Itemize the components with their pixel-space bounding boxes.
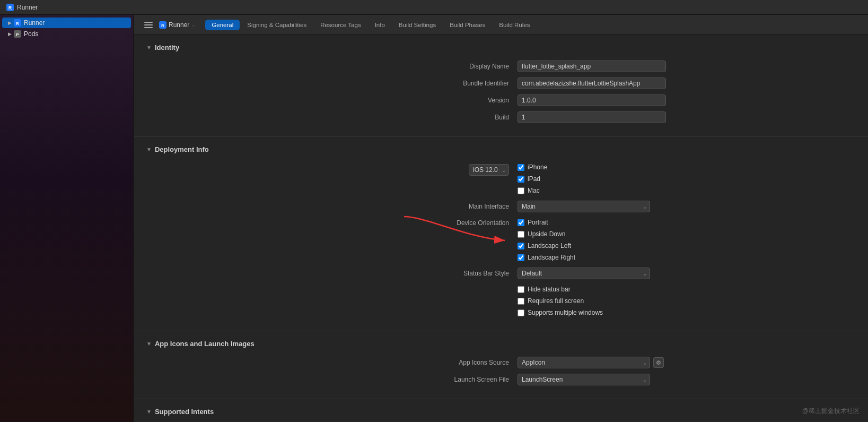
svg-text:R: R — [161, 23, 164, 28]
requires-full-screen-row: Requires full screen — [518, 296, 666, 306]
app-icons-source-select[interactable]: AppIcon — [518, 357, 650, 368]
main-interface-select-wrapper: Main ⌄ — [518, 201, 650, 212]
svg-rect-8 — [144, 27, 153, 28]
identity-section: ▼ Identity Display Name Bundle Identifie… — [134, 35, 868, 137]
target-chevron-icon: ⌄ — [191, 22, 196, 28]
build-row: Build — [134, 109, 868, 126]
main-interface-control: Main ⌄ — [518, 201, 666, 212]
target-name: Runner — [169, 21, 189, 29]
sidebar-item-runner[interactable]: ▶ R Runner — [2, 18, 131, 28]
title-bar-text: Runner — [17, 4, 38, 11]
mac-checkbox[interactable] — [518, 187, 524, 194]
app-icons-row: AppIcon ⌄ ⚙ — [518, 357, 666, 368]
requires-full-screen-checkbox[interactable] — [518, 298, 524, 305]
gear-icon: ⚙ — [656, 359, 661, 366]
supported-intents-header[interactable]: ▼ Supported Intents — [134, 408, 868, 422]
tab-build-settings[interactable]: Build Settings — [392, 20, 442, 30]
portrait-label: Portrait — [528, 219, 548, 226]
status-bar-style-select[interactable]: Default — [518, 268, 650, 279]
target-selector[interactable]: R Runner ⌄ — [159, 21, 196, 29]
tab-info[interactable]: Info — [369, 20, 391, 30]
landscape-right-checkbox[interactable] — [518, 254, 524, 261]
main-interface-select[interactable]: Main — [518, 201, 650, 212]
sidebar-toggle-button[interactable] — [142, 19, 155, 31]
supports-multiple-windows-row: Supports multiple windows — [518, 308, 666, 317]
app-icons-source-control: AppIcon ⌄ ⚙ — [518, 357, 666, 368]
version-input[interactable] — [518, 94, 666, 106]
mac-label: Mac — [528, 187, 540, 194]
sidebar-item-pods[interactable]: ▶ P Pods — [2, 29, 131, 39]
watermark: @稀土掘金技术社区 — [802, 407, 860, 416]
ipad-label: iPad — [528, 175, 540, 183]
ipad-checkbox-row: iPad — [518, 174, 666, 184]
identity-arrow-icon: ▼ — [146, 45, 152, 50]
svg-text:R: R — [8, 5, 12, 10]
landscape-left-checkbox[interactable] — [518, 243, 524, 249]
landscape-left-label: Landscape Left — [528, 242, 571, 249]
ipad-checkbox[interactable] — [518, 176, 524, 183]
display-name-row: Display Name — [134, 58, 868, 75]
orientation-checkboxes: Portrait Upside Down Landscape Left — [518, 218, 666, 262]
app-icons-header[interactable]: ▼ App Icons and Launch Images — [134, 340, 868, 354]
upside-down-checkbox[interactable] — [518, 231, 524, 238]
app-icons-select-wrapper: AppIcon ⌄ — [518, 357, 650, 368]
build-control — [518, 111, 666, 123]
tab-build-rules[interactable]: Build Rules — [493, 20, 536, 30]
supports-multiple-windows-label: Supports multiple windows — [528, 309, 603, 316]
launch-screen-file-row: Launch Screen File LaunchScreen ⌄ — [134, 371, 868, 388]
content-area: R Runner ⌄ General Signing & Capabilitie… — [134, 15, 868, 422]
device-orientation-label: Device Orientation — [146, 218, 518, 227]
tab-bar: R Runner ⌄ General Signing & Capabilitie… — [134, 15, 868, 35]
portrait-checkbox[interactable] — [518, 219, 524, 226]
tab-resource[interactable]: Resource Tags — [314, 20, 367, 30]
status-bar-style-row: Status Bar Style Default ⌄ — [134, 265, 868, 282]
tab-general[interactable]: General — [205, 20, 240, 30]
supported-intents-section: ▼ Supported Intents Class Name Authentic… — [134, 399, 868, 422]
version-row: Version — [134, 92, 868, 109]
bundle-id-label: Bundle Identifier — [146, 80, 518, 87]
app-icons-gear-button[interactable]: ⚙ — [653, 357, 664, 368]
ios-version-select[interactable]: iOS 12.0 — [469, 164, 509, 176]
svg-text:P: P — [16, 32, 19, 37]
deployment-section: ▼ Deployment Info iOS 12.0 ⌄ — [134, 137, 868, 331]
app-icons-title: App Icons and Launch Images — [155, 340, 255, 348]
display-name-control — [518, 61, 666, 72]
tab-build-phases[interactable]: Build Phases — [443, 20, 492, 30]
requires-full-screen-label: Requires full screen — [528, 297, 584, 305]
status-options-checkboxes: Hide status bar Requires full screen Sup… — [518, 285, 666, 317]
tab-signing[interactable]: Signing & Capabilities — [241, 20, 313, 30]
iphone-checkbox-row: iPhone — [518, 162, 666, 172]
sidebar: ▶ R Runner ▶ P Pods — [0, 15, 134, 422]
landscape-left-checkbox-row: Landscape Left — [518, 241, 666, 251]
title-bar: R Runner — [0, 0, 868, 15]
runner-label: Runner — [24, 19, 45, 27]
bundle-id-row: Bundle Identifier — [134, 75, 868, 92]
runner-arrow-icon: ▶ — [6, 20, 13, 26]
main-content[interactable]: ▼ Identity Display Name Bundle Identifie… — [134, 35, 868, 422]
target-icon: R — [159, 21, 166, 29]
identity-title: Identity — [155, 44, 179, 51]
app-icons-section: ▼ App Icons and Launch Images App Icons … — [134, 331, 868, 399]
status-bar-style-select-wrapper: Default ⌄ — [518, 268, 650, 279]
main-interface-row: Main Interface Main ⌄ — [134, 198, 868, 215]
main-interface-label: Main Interface — [146, 203, 518, 210]
status-options-row: Hide status bar Requires full screen Sup… — [134, 282, 868, 320]
iphone-checkbox[interactable] — [518, 164, 524, 171]
display-name-input[interactable] — [518, 61, 666, 72]
build-input[interactable] — [518, 111, 666, 123]
display-name-label: Display Name — [146, 63, 518, 70]
device-orientation-row: Device Orientation Portrait Upside Down — [134, 215, 868, 265]
bundle-id-control — [518, 77, 666, 89]
deployment-header[interactable]: ▼ Deployment Info — [134, 145, 868, 160]
runner-icon: R — [14, 19, 21, 27]
hide-status-bar-checkbox[interactable] — [518, 286, 524, 293]
portrait-checkbox-row: Portrait — [518, 218, 666, 227]
supported-intents-title: Supported Intents — [155, 408, 214, 416]
launch-screen-file-control: LaunchScreen ⌄ — [518, 374, 666, 385]
identity-header[interactable]: ▼ Identity — [134, 44, 868, 58]
supported-intents-arrow-icon: ▼ — [146, 409, 152, 415]
landscape-right-label: Landscape Right — [528, 254, 575, 261]
launch-screen-file-select[interactable]: LaunchScreen — [518, 374, 650, 385]
bundle-id-input[interactable] — [518, 77, 666, 89]
supports-multiple-windows-checkbox[interactable] — [518, 309, 524, 316]
